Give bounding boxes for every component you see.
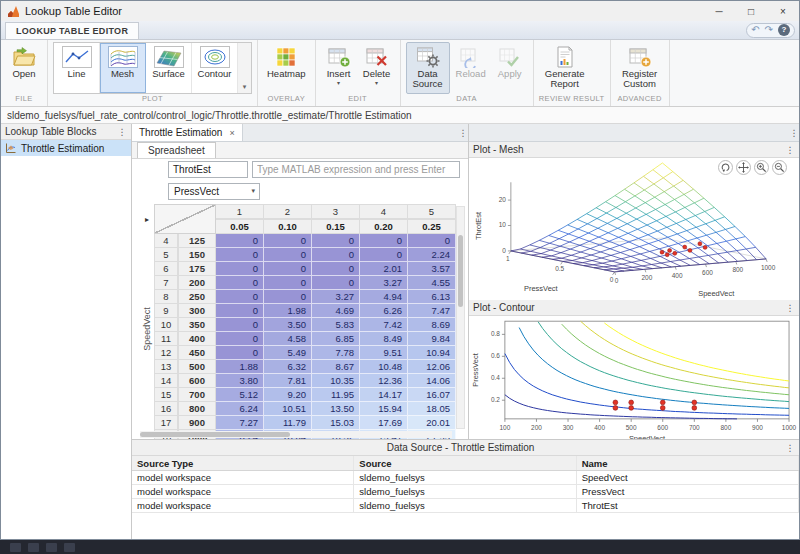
datasource-column-header[interactable]: Name [577, 456, 799, 470]
mesh-plot-area[interactable]: 0200400600800100010.5001020SpeedVectPres… [469, 158, 799, 300]
table-cell[interactable]: 4.69 [312, 304, 360, 318]
row-breakpoint-header[interactable]: 150 [178, 248, 216, 262]
redo-icon[interactable]: ↷ [765, 25, 773, 35]
grid-vertical-scrollbar[interactable] [456, 206, 465, 429]
table-cell[interactable]: 16.07 [408, 388, 456, 402]
contour-plot-svg[interactable]: 10020030040050060070080090010000.20.40.6… [469, 316, 799, 439]
generate-report-button[interactable]: Generate Report [539, 42, 591, 94]
column-index-header[interactable]: 2 [264, 204, 312, 219]
table-cell[interactable]: 1.88 [216, 360, 264, 374]
tab-close-icon[interactable]: × [229, 128, 234, 138]
row-index-header[interactable]: 17 [154, 416, 178, 430]
table-cell[interactable]: 3.80 [216, 374, 264, 388]
table-cell[interactable]: 0 [216, 304, 264, 318]
help-icon[interactable]: ? [778, 24, 790, 36]
tab-spreadsheet[interactable]: Spreadsheet [137, 142, 216, 158]
table-cell[interactable]: 10.94 [408, 346, 456, 360]
table-cell[interactable]: 18.05 [408, 402, 456, 416]
insert-button[interactable]: Insert ▾ [321, 42, 357, 94]
table-cell[interactable]: 0 [312, 248, 360, 262]
table-cell[interactable]: 7.42 [360, 318, 408, 332]
table-cell[interactable]: 6.85 [312, 332, 360, 346]
row-index-header[interactable]: 13 [154, 360, 178, 374]
table-cell[interactable]: 2.01 [360, 262, 408, 276]
datasource-row[interactable]: model workspacesldemo_fuelsysThrotEst [132, 499, 799, 513]
row-breakpoint-header[interactable]: 800 [178, 402, 216, 416]
datasource-row[interactable]: model workspacesldemo_fuelsysPressVect [132, 485, 799, 499]
contour-plot-area[interactable]: 10020030040050060070080090010000.20.40.6… [469, 316, 799, 439]
table-cell[interactable]: 1.98 [264, 304, 312, 318]
table-cell[interactable]: 9.20 [264, 388, 312, 402]
table-cell[interactable]: 3.57 [408, 262, 456, 276]
table-cell[interactable]: 0 [264, 234, 312, 248]
reload-button[interactable]: Reload [452, 42, 490, 94]
table-cell[interactable]: 6.32 [264, 360, 312, 374]
table-cell[interactable]: 0 [264, 262, 312, 276]
table-cell[interactable]: 5.49 [264, 346, 312, 360]
table-cell[interactable]: 12.36 [360, 374, 408, 388]
table-cell[interactable]: 0 [264, 276, 312, 290]
table-cell[interactable]: 0 [360, 234, 408, 248]
table-cell[interactable]: 11.95 [312, 388, 360, 402]
table-cell[interactable]: 5.12 [216, 388, 264, 402]
table-cell[interactable]: 4.55 [408, 276, 456, 290]
plot-surface-button[interactable]: Surface [146, 43, 192, 93]
table-cell[interactable]: 0 [312, 234, 360, 248]
row-index-header[interactable]: 15 [154, 388, 178, 402]
data-source-button[interactable]: Data Source [406, 42, 450, 94]
plot-contour-button[interactable]: Contour [192, 43, 238, 93]
table-cell[interactable]: 3.27 [312, 290, 360, 304]
table-cell[interactable]: 17.69 [360, 416, 408, 430]
table-cell[interactable]: 7.81 [264, 374, 312, 388]
taskbar-icon[interactable] [10, 543, 21, 552]
gallery-expand-button[interactable]: ▾ [238, 43, 251, 93]
close-button[interactable]: × [767, 1, 799, 21]
plot-line-button[interactable]: Line [54, 43, 100, 93]
table-cell[interactable]: 6.13 [408, 290, 456, 304]
datasource-column-header[interactable]: Source Type [132, 456, 354, 470]
row-index-header[interactable]: 8 [154, 290, 178, 304]
table-cell[interactable]: 0 [264, 290, 312, 304]
table-cell[interactable]: 6.26 [360, 304, 408, 318]
row-breakpoint-header[interactable]: 600 [178, 374, 216, 388]
table-cell[interactable]: 10.51 [264, 402, 312, 416]
row-index-header[interactable]: 10 [154, 318, 178, 332]
grid-horizontal-scrollbar[interactable] [140, 431, 452, 438]
column-breakpoint-header[interactable]: 0.20 [360, 219, 408, 234]
table-cell[interactable]: 0 [216, 332, 264, 346]
datasource-column-header[interactable]: Source [354, 456, 576, 470]
row-index-header[interactable]: 9 [154, 304, 178, 318]
table-cell[interactable]: 10.48 [360, 360, 408, 374]
table-cell[interactable]: 0 [216, 248, 264, 262]
table-cell[interactable]: 3.27 [360, 276, 408, 290]
table-cell[interactable]: 7.78 [312, 346, 360, 360]
row-breakpoint-header[interactable]: 500 [178, 360, 216, 374]
table-cell[interactable]: 0 [216, 290, 264, 304]
table-cell[interactable]: 0 [312, 262, 360, 276]
table-cell[interactable]: 0 [216, 276, 264, 290]
heatmap-button[interactable]: Heatmap [263, 42, 310, 94]
column-breakpoint-header[interactable]: 0.10 [264, 219, 312, 234]
matlab-expression-input[interactable] [252, 161, 460, 178]
table-cell[interactable]: 14.06 [408, 374, 456, 388]
table-cell[interactable]: 8.49 [360, 332, 408, 346]
open-button[interactable]: Open [6, 42, 42, 94]
table-cell[interactable]: 15.94 [360, 402, 408, 416]
column-breakpoint-header[interactable]: 0.15 [312, 219, 360, 234]
table-cell[interactable]: 4.94 [360, 290, 408, 304]
undo-icon[interactable]: ↶ [751, 25, 759, 35]
taskbar-icon[interactable] [64, 543, 75, 552]
table-cell[interactable]: 0 [408, 234, 456, 248]
zoom-out-icon[interactable] [772, 160, 787, 175]
row-breakpoint-header[interactable]: 175 [178, 262, 216, 276]
row-breakpoint-header[interactable]: 350 [178, 318, 216, 332]
table-cell[interactable]: 14.17 [360, 388, 408, 402]
minimize-button[interactable]: ─ [703, 1, 735, 21]
table-cell[interactable]: 10.35 [312, 374, 360, 388]
row-index-header[interactable]: 11 [154, 332, 178, 346]
apply-button[interactable]: Apply [492, 42, 528, 94]
panel-menu-icon[interactable]: ⋮ [117, 127, 127, 137]
data-source-menu-icon[interactable]: ⋮ [785, 443, 795, 453]
row-index-header[interactable]: 12 [154, 346, 178, 360]
table-name-field[interactable]: ThrotEst [168, 161, 248, 178]
